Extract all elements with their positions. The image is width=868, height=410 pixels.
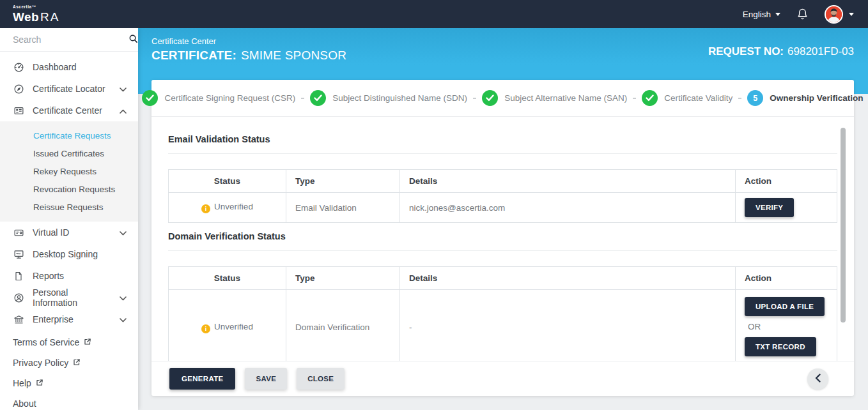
step-csr[interactable]: Certificate Signing Request (CSR)	[142, 90, 295, 106]
check-icon	[310, 90, 326, 106]
generate-button[interactable]: GENERATE	[169, 368, 235, 390]
compass-icon	[13, 84, 24, 95]
chevron-down-icon	[120, 84, 127, 94]
wizard-footer: GENERATE SAVE CLOSE	[151, 361, 854, 396]
column-header-status: Status	[169, 170, 286, 193]
status-badge: Unverified	[214, 322, 253, 331]
wizard-stepper: Certificate Signing Request (CSR) Subjec…	[151, 80, 854, 117]
check-icon	[142, 90, 158, 106]
sidebar-item-label: Desktop Signing	[33, 249, 127, 259]
verify-button[interactable]: VERIFY	[745, 198, 794, 217]
check-icon	[642, 90, 658, 106]
step-separator	[633, 98, 636, 99]
certificate-icon	[13, 105, 24, 116]
column-header-action: Action	[736, 170, 837, 193]
column-header-status: Status	[169, 267, 286, 290]
step-separator	[301, 98, 304, 99]
webra-logo[interactable]: Ascertia™ WebRA	[13, 5, 59, 23]
table-row: Unverified Email Validation nick.jones@a…	[169, 193, 837, 223]
column-header-details: Details	[400, 170, 736, 193]
upload-a-file-button[interactable]: UPLOAD A FILE	[745, 297, 825, 316]
external-link-icon	[73, 358, 81, 368]
sidebar-item-virtual-id[interactable]: Virtual ID	[0, 222, 138, 243]
certificate-center-submenu: Certificate Requests Issued Certificates…	[0, 121, 138, 222]
action-cell: VERIFY	[736, 193, 837, 223]
privacy-policy-link[interactable]: Privacy Policy	[0, 353, 138, 373]
language-selector[interactable]: English	[743, 10, 780, 19]
chevron-down-icon	[849, 13, 854, 16]
id-card-icon	[13, 227, 24, 238]
sidebar-item-desktop-signing[interactable]: Desktop Signing	[0, 243, 138, 265]
desktop-icon	[13, 249, 24, 260]
info-icon	[201, 324, 210, 333]
column-header-type: Type	[286, 170, 400, 193]
external-link-icon	[84, 337, 91, 347]
wizard-content: Email Validation Status Status Type Deta…	[151, 117, 854, 361]
notifications-bell-icon[interactable]	[796, 8, 809, 21]
status-badge: Unverified	[214, 202, 253, 211]
page-title: CERTIFICATE:SMIME SPONSOR	[151, 49, 346, 63]
sidebar-item-label: Reports	[33, 271, 127, 281]
details-cell: nick.jones@ascertia.com	[400, 193, 736, 223]
chevron-down-icon	[120, 314, 127, 324]
sidebar-item-enterprise[interactable]: Enterprise	[0, 308, 138, 330]
step-certificate-validity[interactable]: Certificate Validity	[642, 90, 732, 106]
domain-verification-heading: Domain Verification Status	[168, 231, 837, 241]
chevron-down-icon	[775, 13, 780, 16]
brand-ascertia: Ascertia™	[13, 5, 59, 10]
bank-icon	[13, 314, 24, 325]
email-validation-table: Status Type Details Action Unverified Em…	[168, 169, 837, 223]
step-sdn[interactable]: Subject Distinguished Name (SDN)	[310, 90, 467, 106]
sidebar-item-issued-certificates[interactable]: Issued Certificates	[0, 144, 138, 162]
email-validation-heading: Email Validation Status	[168, 134, 837, 144]
status-cell: Unverified	[169, 193, 286, 223]
sidebar-item-label: Dashboard	[33, 62, 127, 72]
search-input[interactable]	[13, 34, 128, 45]
external-link-icon	[36, 378, 43, 388]
scrollbar-thumb[interactable]	[841, 128, 846, 323]
sidebar-item-dashboard[interactable]: Dashboard	[0, 56, 138, 78]
sidebar-item-revocation-requests[interactable]: Revocation Requests	[0, 180, 138, 198]
dashboard-icon	[13, 62, 24, 73]
column-header-action: Action	[736, 267, 837, 290]
breadcrumb: Certificate Center	[151, 36, 346, 46]
person-icon	[13, 292, 24, 303]
save-button[interactable]: SAVE	[245, 368, 287, 390]
action-cell: UPLOAD A FILE OR TXT RECORD	[736, 290, 837, 361]
sidebar-item-reports[interactable]: Reports	[0, 265, 138, 287]
sidebar-item-rekey-requests[interactable]: Rekey Requests	[0, 162, 138, 180]
domain-verification-table: Status Type Details Action Unverified Do…	[168, 266, 837, 361]
topbar: Ascertia™ WebRA English	[0, 0, 868, 28]
step-ownership-verification[interactable]: 5 Ownership Verification	[747, 90, 863, 106]
column-header-details: Details	[400, 267, 736, 290]
divider	[168, 153, 837, 154]
terms-of-service-link[interactable]: Terms of Service	[0, 332, 138, 353]
sidebar-item-certificate-locator[interactable]: Certificate Locator	[0, 78, 138, 100]
divider	[168, 250, 837, 251]
chevron-up-icon	[120, 105, 127, 116]
sidebar: Dashboard Certificate Locator Certificat…	[0, 28, 138, 410]
certificate-wizard-card: Certificate Signing Request (CSR) Subjec…	[151, 80, 854, 396]
sidebar-item-personal-information[interactable]: Personal Information	[0, 287, 138, 308]
help-link[interactable]: Help	[0, 373, 138, 393]
txt-record-button[interactable]: TXT RECORD	[745, 337, 816, 356]
sidebar-item-label: Enterprise	[33, 314, 111, 324]
brand-webra: WebRA	[13, 11, 59, 23]
status-cell: Unverified	[169, 290, 286, 361]
sidebar-item-reissue-requests[interactable]: Reissue Requests	[0, 198, 138, 216]
close-button[interactable]: CLOSE	[297, 368, 345, 390]
chevron-left-icon	[815, 374, 821, 384]
step-separator	[738, 98, 741, 99]
step-san[interactable]: Subject Alternative Name (SAN)	[482, 90, 627, 106]
column-header-type: Type	[286, 267, 400, 290]
or-label: OR	[748, 322, 828, 331]
user-menu[interactable]	[825, 5, 854, 24]
sidebar-item-certificate-requests[interactable]: Certificate Requests	[0, 126, 138, 144]
table-row: Unverified Domain Verification - UPLOAD …	[169, 290, 837, 361]
previous-step-button[interactable]	[807, 368, 828, 390]
search-icon[interactable]	[128, 34, 138, 46]
info-icon	[201, 204, 210, 213]
about-link[interactable]: About	[0, 393, 138, 410]
sidebar-item-certificate-center[interactable]: Certificate Center	[0, 100, 138, 121]
report-icon	[13, 271, 24, 282]
